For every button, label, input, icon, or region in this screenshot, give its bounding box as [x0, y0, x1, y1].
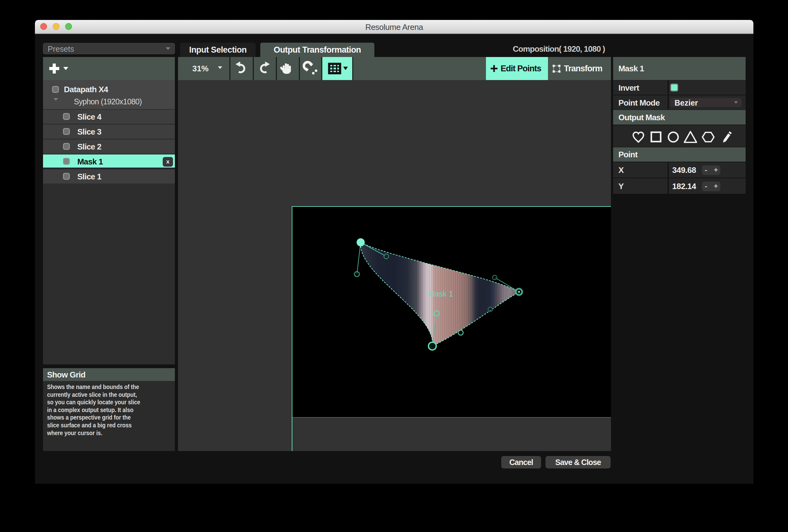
svg-text:Mask 1: Mask 1 — [428, 289, 453, 298]
